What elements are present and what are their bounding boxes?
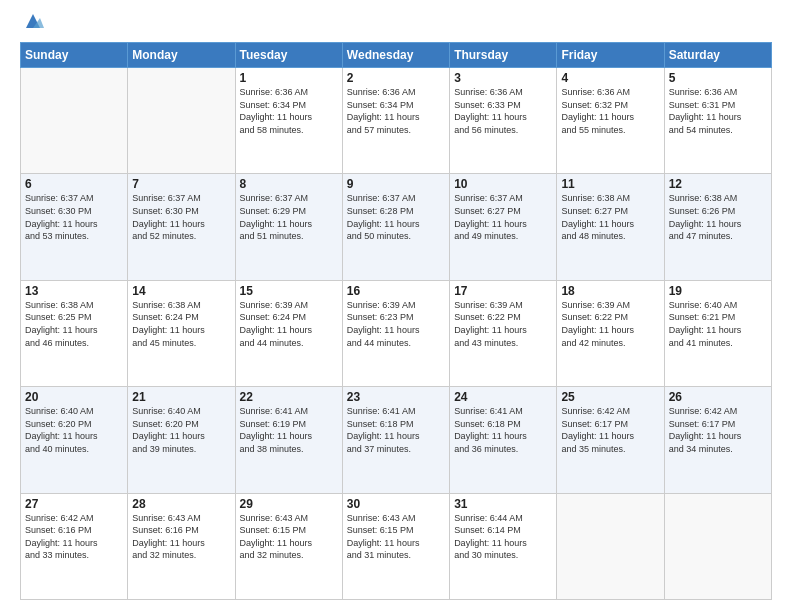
day-info: Sunrise: 6:39 AM Sunset: 6:22 PM Dayligh…	[454, 299, 552, 349]
day-number: 23	[347, 390, 445, 404]
day-info: Sunrise: 6:42 AM Sunset: 6:17 PM Dayligh…	[669, 405, 767, 455]
weekday-header-wednesday: Wednesday	[342, 43, 449, 68]
calendar-cell: 11Sunrise: 6:38 AM Sunset: 6:27 PM Dayli…	[557, 174, 664, 280]
calendar-cell: 13Sunrise: 6:38 AM Sunset: 6:25 PM Dayli…	[21, 280, 128, 386]
day-info: Sunrise: 6:39 AM Sunset: 6:23 PM Dayligh…	[347, 299, 445, 349]
day-info: Sunrise: 6:43 AM Sunset: 6:15 PM Dayligh…	[240, 512, 338, 562]
day-info: Sunrise: 6:40 AM Sunset: 6:20 PM Dayligh…	[132, 405, 230, 455]
day-number: 27	[25, 497, 123, 511]
calendar-cell: 19Sunrise: 6:40 AM Sunset: 6:21 PM Dayli…	[664, 280, 771, 386]
calendar-cell: 30Sunrise: 6:43 AM Sunset: 6:15 PM Dayli…	[342, 493, 449, 599]
calendar-cell: 22Sunrise: 6:41 AM Sunset: 6:19 PM Dayli…	[235, 387, 342, 493]
calendar-cell: 7Sunrise: 6:37 AM Sunset: 6:30 PM Daylig…	[128, 174, 235, 280]
calendar-cell: 16Sunrise: 6:39 AM Sunset: 6:23 PM Dayli…	[342, 280, 449, 386]
day-number: 22	[240, 390, 338, 404]
day-number: 2	[347, 71, 445, 85]
weekday-header-monday: Monday	[128, 43, 235, 68]
day-info: Sunrise: 6:37 AM Sunset: 6:29 PM Dayligh…	[240, 192, 338, 242]
calendar-table: SundayMondayTuesdayWednesdayThursdayFrid…	[20, 42, 772, 600]
calendar-cell: 10Sunrise: 6:37 AM Sunset: 6:27 PM Dayli…	[450, 174, 557, 280]
calendar-cell: 6Sunrise: 6:37 AM Sunset: 6:30 PM Daylig…	[21, 174, 128, 280]
calendar-cell: 5Sunrise: 6:36 AM Sunset: 6:31 PM Daylig…	[664, 68, 771, 174]
calendar-cell: 17Sunrise: 6:39 AM Sunset: 6:22 PM Dayli…	[450, 280, 557, 386]
day-number: 29	[240, 497, 338, 511]
day-info: Sunrise: 6:38 AM Sunset: 6:27 PM Dayligh…	[561, 192, 659, 242]
day-info: Sunrise: 6:36 AM Sunset: 6:34 PM Dayligh…	[347, 86, 445, 136]
calendar-cell	[557, 493, 664, 599]
day-number: 12	[669, 177, 767, 191]
day-number: 3	[454, 71, 552, 85]
day-number: 16	[347, 284, 445, 298]
day-info: Sunrise: 6:36 AM Sunset: 6:33 PM Dayligh…	[454, 86, 552, 136]
day-number: 31	[454, 497, 552, 511]
calendar-cell: 9Sunrise: 6:37 AM Sunset: 6:28 PM Daylig…	[342, 174, 449, 280]
day-info: Sunrise: 6:40 AM Sunset: 6:20 PM Dayligh…	[25, 405, 123, 455]
calendar-week-row: 20Sunrise: 6:40 AM Sunset: 6:20 PM Dayli…	[21, 387, 772, 493]
day-info: Sunrise: 6:37 AM Sunset: 6:27 PM Dayligh…	[454, 192, 552, 242]
day-info: Sunrise: 6:37 AM Sunset: 6:30 PM Dayligh…	[132, 192, 230, 242]
calendar-cell	[128, 68, 235, 174]
day-info: Sunrise: 6:37 AM Sunset: 6:30 PM Dayligh…	[25, 192, 123, 242]
calendar-cell: 25Sunrise: 6:42 AM Sunset: 6:17 PM Dayli…	[557, 387, 664, 493]
page: SundayMondayTuesdayWednesdayThursdayFrid…	[0, 0, 792, 612]
calendar-cell: 31Sunrise: 6:44 AM Sunset: 6:14 PM Dayli…	[450, 493, 557, 599]
day-number: 15	[240, 284, 338, 298]
day-number: 28	[132, 497, 230, 511]
calendar-cell: 15Sunrise: 6:39 AM Sunset: 6:24 PM Dayli…	[235, 280, 342, 386]
day-info: Sunrise: 6:37 AM Sunset: 6:28 PM Dayligh…	[347, 192, 445, 242]
day-info: Sunrise: 6:43 AM Sunset: 6:15 PM Dayligh…	[347, 512, 445, 562]
day-number: 13	[25, 284, 123, 298]
weekday-header-tuesday: Tuesday	[235, 43, 342, 68]
logo-icon	[22, 10, 44, 32]
calendar-cell: 2Sunrise: 6:36 AM Sunset: 6:34 PM Daylig…	[342, 68, 449, 174]
day-number: 26	[669, 390, 767, 404]
calendar-cell: 18Sunrise: 6:39 AM Sunset: 6:22 PM Dayli…	[557, 280, 664, 386]
day-info: Sunrise: 6:42 AM Sunset: 6:17 PM Dayligh…	[561, 405, 659, 455]
calendar-week-row: 1Sunrise: 6:36 AM Sunset: 6:34 PM Daylig…	[21, 68, 772, 174]
calendar-week-row: 13Sunrise: 6:38 AM Sunset: 6:25 PM Dayli…	[21, 280, 772, 386]
logo	[20, 18, 44, 32]
day-info: Sunrise: 6:42 AM Sunset: 6:16 PM Dayligh…	[25, 512, 123, 562]
day-number: 10	[454, 177, 552, 191]
day-number: 17	[454, 284, 552, 298]
day-number: 5	[669, 71, 767, 85]
day-info: Sunrise: 6:44 AM Sunset: 6:14 PM Dayligh…	[454, 512, 552, 562]
day-number: 9	[347, 177, 445, 191]
calendar-cell: 26Sunrise: 6:42 AM Sunset: 6:17 PM Dayli…	[664, 387, 771, 493]
calendar-cell: 28Sunrise: 6:43 AM Sunset: 6:16 PM Dayli…	[128, 493, 235, 599]
day-info: Sunrise: 6:36 AM Sunset: 6:32 PM Dayligh…	[561, 86, 659, 136]
calendar-week-row: 6Sunrise: 6:37 AM Sunset: 6:30 PM Daylig…	[21, 174, 772, 280]
day-info: Sunrise: 6:39 AM Sunset: 6:22 PM Dayligh…	[561, 299, 659, 349]
day-info: Sunrise: 6:41 AM Sunset: 6:18 PM Dayligh…	[347, 405, 445, 455]
calendar-header-row: SundayMondayTuesdayWednesdayThursdayFrid…	[21, 43, 772, 68]
day-number: 24	[454, 390, 552, 404]
day-info: Sunrise: 6:40 AM Sunset: 6:21 PM Dayligh…	[669, 299, 767, 349]
day-number: 1	[240, 71, 338, 85]
day-info: Sunrise: 6:38 AM Sunset: 6:25 PM Dayligh…	[25, 299, 123, 349]
calendar-cell: 1Sunrise: 6:36 AM Sunset: 6:34 PM Daylig…	[235, 68, 342, 174]
day-info: Sunrise: 6:41 AM Sunset: 6:18 PM Dayligh…	[454, 405, 552, 455]
calendar-cell	[664, 493, 771, 599]
day-info: Sunrise: 6:38 AM Sunset: 6:26 PM Dayligh…	[669, 192, 767, 242]
day-number: 21	[132, 390, 230, 404]
day-number: 20	[25, 390, 123, 404]
calendar-cell: 27Sunrise: 6:42 AM Sunset: 6:16 PM Dayli…	[21, 493, 128, 599]
day-number: 7	[132, 177, 230, 191]
day-info: Sunrise: 6:38 AM Sunset: 6:24 PM Dayligh…	[132, 299, 230, 349]
calendar-cell: 14Sunrise: 6:38 AM Sunset: 6:24 PM Dayli…	[128, 280, 235, 386]
calendar-cell: 3Sunrise: 6:36 AM Sunset: 6:33 PM Daylig…	[450, 68, 557, 174]
weekday-header-thursday: Thursday	[450, 43, 557, 68]
day-info: Sunrise: 6:36 AM Sunset: 6:34 PM Dayligh…	[240, 86, 338, 136]
weekday-header-friday: Friday	[557, 43, 664, 68]
calendar-cell	[21, 68, 128, 174]
day-number: 30	[347, 497, 445, 511]
weekday-header-sunday: Sunday	[21, 43, 128, 68]
calendar-cell: 29Sunrise: 6:43 AM Sunset: 6:15 PM Dayli…	[235, 493, 342, 599]
day-info: Sunrise: 6:41 AM Sunset: 6:19 PM Dayligh…	[240, 405, 338, 455]
weekday-header-saturday: Saturday	[664, 43, 771, 68]
calendar-cell: 24Sunrise: 6:41 AM Sunset: 6:18 PM Dayli…	[450, 387, 557, 493]
calendar-cell: 4Sunrise: 6:36 AM Sunset: 6:32 PM Daylig…	[557, 68, 664, 174]
calendar-week-row: 27Sunrise: 6:42 AM Sunset: 6:16 PM Dayli…	[21, 493, 772, 599]
day-info: Sunrise: 6:36 AM Sunset: 6:31 PM Dayligh…	[669, 86, 767, 136]
day-number: 11	[561, 177, 659, 191]
